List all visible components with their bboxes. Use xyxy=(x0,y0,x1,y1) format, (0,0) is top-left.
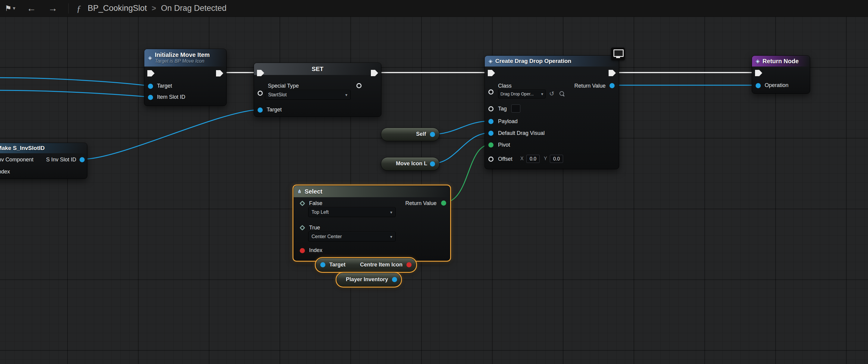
true-dropdown[interactable]: Center Center ▾ xyxy=(308,232,396,241)
target-pin[interactable] xyxy=(320,262,326,267)
monitor-icon[interactable] xyxy=(611,47,625,60)
default-drag-visual-pin[interactable] xyxy=(488,131,494,136)
wire-make-to-set-target[interactable] xyxy=(82,109,259,159)
false-pin[interactable] xyxy=(300,200,305,206)
wire-layer xyxy=(0,0,868,364)
pivot-pin[interactable] xyxy=(488,142,494,147)
centre-item-icon-pin[interactable] xyxy=(406,262,411,267)
breadcrumb-blueprint[interactable]: BP_CookingSlot xyxy=(88,4,147,13)
pivot-label: Pivot xyxy=(498,142,510,148)
special-type-label: Special Type xyxy=(268,83,299,89)
item-slot-id-label: Item Slot ID xyxy=(157,94,185,100)
index-label: Index xyxy=(309,247,322,254)
s-inv-slot-id-pin[interactable] xyxy=(80,157,85,162)
graph-canvas[interactable]: ◈ Initialize Move Item Target is BP Move… xyxy=(0,0,868,364)
node-set-special-type[interactable]: SET Special Type StartSlot ▾ Target xyxy=(254,63,381,117)
node-title: Create Drag Drop Operation xyxy=(495,58,571,64)
payload-pin[interactable] xyxy=(488,119,494,124)
tag-label: Tag xyxy=(498,106,507,112)
target-label: Target xyxy=(329,262,346,268)
class-pin[interactable] xyxy=(488,90,494,95)
return-icon: ◈ xyxy=(755,58,760,64)
node-header: ◈ Create Drag Drop Operation xyxy=(485,56,619,67)
false-dropdown[interactable]: Top Left ▾ xyxy=(308,207,396,217)
special-type-in-pin[interactable] xyxy=(257,91,263,96)
node-select[interactable]: ⋔ Select False Return Value Top Left ▾ T… xyxy=(293,186,450,261)
offset-pin[interactable] xyxy=(488,157,494,162)
offset-y-input[interactable]: 0.0 xyxy=(550,155,563,163)
exec-in-pin[interactable] xyxy=(755,70,762,76)
tag-pin[interactable] xyxy=(488,106,494,111)
node-move-icon-l[interactable]: Move Icon L xyxy=(381,157,440,171)
search-icon[interactable] xyxy=(559,91,564,96)
target-label: Target xyxy=(157,83,172,89)
target-pin[interactable] xyxy=(148,84,153,89)
true-label: True xyxy=(309,225,320,231)
player-inventory-pin[interactable] xyxy=(392,277,397,282)
target-pin[interactable] xyxy=(257,107,263,112)
offset-x-input[interactable]: 0.0 xyxy=(526,155,539,163)
forward-arrow-icon[interactable]: → xyxy=(48,3,58,14)
node-player-inventory[interactable]: Player Inventory xyxy=(337,273,401,287)
node-header: ◈ Initialize Move Item Target is BP Move… xyxy=(144,49,226,67)
reset-icon[interactable]: ↺ xyxy=(549,90,554,97)
exec-in-pin[interactable] xyxy=(488,70,495,76)
chevron-down-icon: ▾ xyxy=(390,234,392,239)
bookmark-icon[interactable]: ⚑ xyxy=(5,0,11,16)
move-icon-l-label: Move Icon L xyxy=(396,161,427,167)
return-value-pin[interactable] xyxy=(610,83,615,88)
wire-select-to-pivot[interactable] xyxy=(443,144,490,203)
self-pin[interactable] xyxy=(430,132,435,137)
node-return[interactable]: ◈ Return Node Operation xyxy=(752,56,810,94)
wire-offscreen-to-target[interactable] xyxy=(0,78,149,86)
chevron-down-icon: ▾ xyxy=(541,92,543,96)
special-type-value: StartSlot xyxy=(268,92,286,98)
operation-pin[interactable] xyxy=(755,83,761,88)
select-return-value-label: Return Value xyxy=(405,200,437,206)
node-header: SET xyxy=(254,63,381,75)
node-make-s-invslotid[interactable]: ◈ Make S_InvSlotID Inv Component S Inv S… xyxy=(0,143,87,179)
select-icon: ⋔ xyxy=(298,188,302,195)
player-inventory-label: Player Inventory xyxy=(346,276,388,283)
special-type-out-pin[interactable] xyxy=(356,83,362,88)
back-arrow-icon[interactable]: ← xyxy=(27,3,36,14)
offset-x-label: X xyxy=(520,156,524,161)
self-label: Self xyxy=(416,131,426,137)
tag-input[interactable] xyxy=(511,104,520,112)
node-create-drag-drop-operation[interactable]: ◈ Create Drag Drop Operation Class Drag … xyxy=(485,56,619,169)
node-self[interactable]: Self xyxy=(381,128,440,141)
true-pin[interactable] xyxy=(300,225,305,230)
bookmark-caret-icon[interactable]: ▾ xyxy=(13,5,16,11)
exec-in-pin[interactable] xyxy=(147,70,155,76)
centre-item-icon-label: Centre Item Icon xyxy=(360,262,403,268)
wire-offscreen-to-item-slot-id[interactable] xyxy=(0,90,149,97)
offset-y-value: 0.0 xyxy=(553,156,560,162)
monitor-stand xyxy=(616,57,620,58)
class-dropdown[interactable]: Drag Drop Oper... ▾ xyxy=(498,90,546,98)
select-return-value-pin[interactable] xyxy=(441,200,446,206)
exec-out-pin[interactable] xyxy=(609,70,616,76)
special-type-dropdown[interactable]: StartSlot ▾ xyxy=(265,90,351,100)
default-drag-visual-label: Default Drag Visual xyxy=(498,130,545,136)
chevron-down-icon: ▾ xyxy=(390,210,392,215)
wire-self-to-payload[interactable] xyxy=(432,121,490,134)
node-title: SET xyxy=(312,66,323,72)
offset-label: Offset xyxy=(498,156,513,162)
breadcrumb-chevron-icon: > xyxy=(152,4,156,13)
function-icon: ◈ xyxy=(148,55,152,61)
offset-x-value: 0.0 xyxy=(530,156,536,162)
monitor-screen xyxy=(613,49,624,57)
function-icon: ◈ xyxy=(488,58,493,64)
inv-component-label: Inv Component xyxy=(0,157,33,163)
node-initialize-move-item[interactable]: ◈ Initialize Move Item Target is BP Move… xyxy=(144,49,226,106)
move-icon-l-pin[interactable] xyxy=(430,161,435,166)
exec-out-pin[interactable] xyxy=(216,70,223,76)
item-slot-id-pin[interactable] xyxy=(148,95,153,100)
node-subtitle: Target is BP Move Icon xyxy=(155,58,210,64)
node-centre-item-icon[interactable]: Target Centre Item Icon xyxy=(316,258,416,272)
breadcrumb-graph[interactable]: On Drag Detected xyxy=(161,4,226,13)
index-pin[interactable] xyxy=(300,248,305,253)
chevron-down-icon: ▾ xyxy=(345,92,347,97)
return-value-label: Return Value xyxy=(574,83,606,89)
breadcrumb-bar: ⚑ ▾ ← → ƒ BP_CookingSlot > On Drag Detec… xyxy=(0,0,868,17)
